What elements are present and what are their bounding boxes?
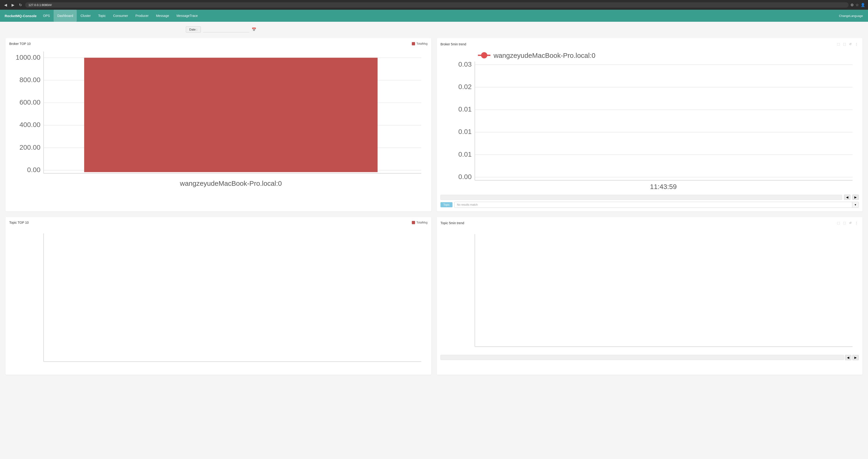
topic-slider-left[interactable]: ◀ (845, 355, 851, 360)
topic-top10-header: Topic TOP 10 TotalMsg (9, 221, 428, 224)
svg-text:0.00: 0.00 (27, 166, 40, 173)
refresh-chart-icon[interactable]: ↺ (848, 42, 852, 46)
calendar-icon[interactable]: 📅 (252, 27, 256, 32)
no-results-label: No results match (455, 202, 852, 207)
svg-text:200.00: 200.00 (20, 143, 40, 151)
broker-top10-panel: Broker TOP 10 TotalMsg 1000.00 800.00 60… (5, 38, 431, 211)
back-button[interactable]: ◀ (3, 2, 8, 8)
svg-text:600.00: 600.00 (20, 98, 40, 106)
topic-top10-legend: TotalMsg (412, 221, 428, 224)
svg-text:wangzeyudeMacBook-Pro.local:0: wangzeyudeMacBook-Pro.local:0 (493, 52, 595, 59)
broker-top10-svg: 1000.00 800.00 600.00 400.00 200.00 0.00 (9, 48, 428, 192)
svg-text:0.01: 0.01 (458, 128, 472, 135)
topic-5min-title: Topic 5min trend (440, 221, 464, 225)
broker-5min-icons: ⬚ ⬚ ↺ ⋮ (836, 42, 859, 46)
browser-icons: ⚙ ☆ 👤 (850, 3, 865, 7)
broker-5min-svg: wangzeyudeMacBook-Pro.local:0 0.03 0.02 … (440, 49, 859, 193)
nav-item-message[interactable]: Message (152, 10, 173, 22)
svg-text:0.00: 0.00 (458, 173, 472, 180)
fullscreen-icon[interactable]: ⬚ (842, 42, 847, 46)
nav-item-cluster[interactable]: Cluster (77, 10, 94, 22)
topic-legend-label: TotalMsg (416, 221, 428, 224)
broker-top10-header: Broker TOP 10 TotalMsg (9, 42, 428, 46)
charts-grid: Broker TOP 10 TotalMsg 1000.00 800.00 60… (5, 38, 863, 375)
browser-chrome: ◀ ▶ ↻ ⚙ ☆ 👤 (0, 0, 868, 10)
broker-top10-title: Broker TOP 10 (9, 42, 31, 46)
topic-5min-svg (440, 228, 859, 353)
top-nav: RocketMQ-Console OPS Dashboard Cluster T… (0, 10, 868, 22)
date-input[interactable] (203, 27, 249, 32)
topic-badge[interactable]: Topic (440, 202, 453, 207)
topic-5min-chart (440, 228, 859, 353)
legend-label: TotalMsg (416, 42, 428, 45)
brand-label: RocketMQ-Console (2, 12, 39, 20)
svg-rect-14 (84, 58, 378, 172)
broker-5min-header: Broker 5min trend ⬚ ⬚ ↺ ⋮ (440, 42, 859, 46)
more-icon[interactable]: ⋮ (854, 42, 859, 46)
broker-top10-chart: 1000.00 800.00 600.00 400.00 200.00 0.00 (9, 48, 428, 192)
expand-icon[interactable]: ⬚ (836, 42, 841, 46)
topic-more-icon[interactable]: ⋮ (854, 221, 859, 225)
nav-item-consumer[interactable]: Consumer (109, 10, 132, 22)
nav-item-ops[interactable]: OPS (39, 10, 54, 22)
broker-5min-title: Broker 5min trend (440, 42, 466, 46)
topic-fullscreen-icon[interactable]: ⬚ (842, 221, 847, 225)
topic-5min-slider-row: ◀ ▶ (440, 355, 859, 360)
topic-5min-header: Topic 5min trend ⬚ ⬚ ↺ ⋮ (440, 221, 859, 225)
svg-text:0.02: 0.02 (458, 83, 472, 90)
broker-5min-chart: wangzeyudeMacBook-Pro.local:0 0.03 0.02 … (440, 49, 859, 193)
svg-text:400.00: 400.00 (20, 121, 40, 128)
bookmark-icon[interactable]: ☆ (856, 3, 859, 7)
topic-top10-chart (9, 227, 428, 371)
topic-slider-right[interactable]: ▶ (852, 355, 859, 360)
topic-filter-row: Topic No results match ▼ (440, 202, 859, 208)
topic-legend-color-box (412, 221, 415, 224)
broker-slider-left[interactable]: ◀ (844, 195, 850, 200)
refresh-button[interactable]: ↻ (18, 2, 23, 8)
svg-text:0.01: 0.01 (458, 105, 472, 113)
nav-item-messagetrace[interactable]: MessageTrace (173, 10, 202, 22)
svg-text:11:43:59: 11:43:59 (650, 183, 677, 191)
topic-5min-icons: ⬚ ⬚ ↺ ⋮ (836, 221, 859, 225)
profile-icon[interactable]: 👤 (861, 3, 865, 7)
svg-text:1000.00: 1000.00 (16, 53, 40, 61)
topic-expand-icon[interactable]: ⬚ (836, 221, 841, 225)
topic-top10-svg (9, 227, 428, 371)
main-content: Date : 📅 Broker TOP 10 TotalMsg 1000.00 … (0, 22, 868, 459)
svg-text:800.00: 800.00 (20, 76, 40, 84)
topic-5min-panel: Topic 5min trend ⬚ ⬚ ↺ ⋮ ◀ (437, 217, 863, 375)
topic-slider-track[interactable] (440, 355, 844, 360)
svg-text:wangzeyudeMacBook-Pro.local:0: wangzeyudeMacBook-Pro.local:0 (180, 179, 282, 187)
broker-slider-right[interactable]: ▶ (852, 195, 859, 200)
broker-5min-panel: Broker 5min trend ⬚ ⬚ ↺ ⋮ wangzeyudeMacB… (437, 38, 863, 211)
nav-item-dashboard[interactable]: Dashboard (54, 10, 77, 22)
topic-dropdown-arrow[interactable]: ▼ (852, 202, 859, 207)
address-bar[interactable] (25, 2, 848, 8)
broker-slider-track[interactable] (440, 195, 842, 200)
svg-text:0.01: 0.01 (458, 150, 472, 158)
change-language-button[interactable]: ChangeLanguage (836, 12, 866, 20)
broker-top10-legend: TotalMsg (412, 42, 428, 45)
broker-5min-slider: ◀ ▶ (440, 195, 859, 200)
date-row: Date : 📅 (186, 26, 863, 33)
topic-refresh-chart-icon[interactable]: ↺ (848, 221, 852, 225)
extension-icon[interactable]: ⚙ (850, 3, 854, 7)
topic-top10-title: Topic TOP 10 (9, 221, 29, 224)
forward-button[interactable]: ▶ (10, 2, 16, 8)
topic-top10-panel: Topic TOP 10 TotalMsg (5, 217, 431, 375)
nav-item-topic[interactable]: Topic (95, 10, 110, 22)
topic-select-container: No results match ▼ (454, 202, 859, 208)
legend-color-box (412, 42, 415, 45)
date-label-button[interactable]: Date : (186, 26, 201, 33)
svg-text:0.03: 0.03 (458, 60, 472, 68)
nav-item-producer[interactable]: Producer (132, 10, 152, 22)
